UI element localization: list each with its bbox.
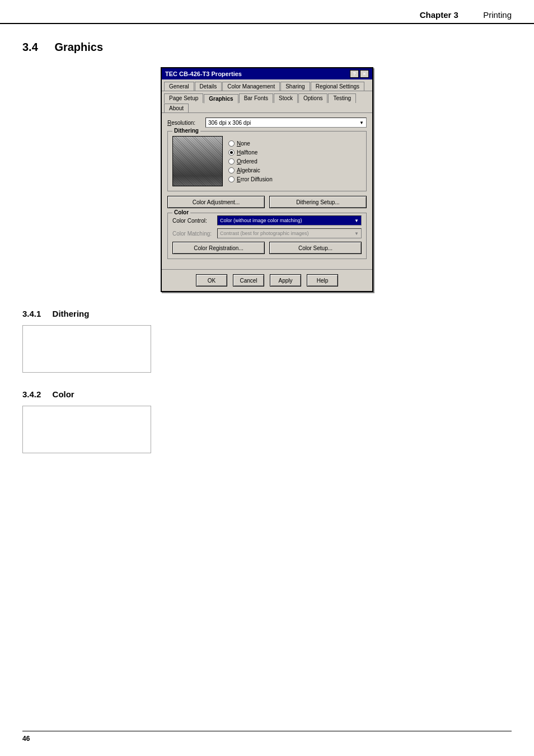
titlebar-buttons: ? × <box>350 70 369 78</box>
color-control-label: Color Control: <box>172 218 217 224</box>
subsection-dithering: 3.4.1 Dithering <box>22 309 512 373</box>
apply-label: Apply <box>278 278 292 284</box>
help-button[interactable]: Help <box>307 274 338 287</box>
radio-error-diffusion-label: Error Diffusion <box>237 176 273 182</box>
tab-row-2: Page Setup Graphics Bar Fonts Stock Opti… <box>162 91 372 113</box>
page-footer: 46 <box>22 731 512 743</box>
dithering-image <box>173 137 222 186</box>
radio-error-diffusion-circle[interactable] <box>228 176 235 182</box>
resolution-label: Resolution: <box>167 120 205 126</box>
dialog-title: TEC CB-426-T3 Properties <box>165 71 242 77</box>
tab-regional-settings[interactable]: Regional Settings <box>311 82 364 91</box>
cancel-label: Cancel <box>240 278 257 284</box>
dialog-footer: OK Cancel Apply Help <box>162 269 372 291</box>
tab-page-setup[interactable]: Page Setup <box>164 93 203 103</box>
tab-bar-fonts[interactable]: Bar Fonts <box>239 93 273 103</box>
close-button[interactable]: × <box>360 70 369 78</box>
tab-general[interactable]: General <box>164 82 194 91</box>
subsection-color-title: Color <box>53 389 74 399</box>
dithering-content: None Halftone Ordered <box>172 136 362 186</box>
radio-ordered-label: Ordered <box>237 158 257 165</box>
tab-details[interactable]: Details <box>195 82 222 91</box>
radio-halftone-label: Halftone <box>237 149 257 156</box>
subsection-color-number: 3.4.2 <box>22 389 41 399</box>
radio-algebraic-label: Algebraic <box>237 167 260 173</box>
color-adjustment-label: Color Adjustment... <box>193 199 240 205</box>
tab-stock[interactable]: Stock <box>274 93 298 103</box>
page-number: 46 <box>22 735 30 743</box>
subsection-dithering-heading: 3.4.1 Dithering <box>22 309 512 318</box>
resolution-arrow-icon: ▼ <box>359 120 364 125</box>
dithering-setup-button[interactable]: Dithering Setup... <box>269 196 367 208</box>
tab-graphics[interactable]: Graphics <box>204 94 238 104</box>
chapter-title: Chapter 3 Printing <box>420 10 512 20</box>
color-control-value: Color (without image color matching) <box>220 218 302 223</box>
section-number: 3.4 <box>22 41 38 53</box>
color-control-arrow-icon: ▼ <box>354 218 359 223</box>
dithering-text-box <box>22 325 151 373</box>
color-matching-select[interactable]: Contrast (best for photographic images) … <box>217 228 362 238</box>
help-label: Help <box>317 278 329 284</box>
radio-algebraic-circle[interactable] <box>228 167 235 173</box>
dialog-body: Resolution: 306 dpi x 306 dpi ▼ Ditherin… <box>162 113 372 269</box>
tab-about[interactable]: About <box>164 104 189 112</box>
color-control-select[interactable]: Color (without image color matching) ▼ <box>217 215 362 226</box>
radio-error-diffusion[interactable]: Error Diffusion <box>228 176 273 182</box>
subsection-dithering-number: 3.4.1 <box>22 309 41 318</box>
color-group-label: Color <box>172 209 190 215</box>
dialog-area: TEC CB-426-T3 Properties ? × General Det… <box>22 67 512 292</box>
tab-row-1: General Details Color Management Sharing… <box>162 79 372 91</box>
radio-none-label: None <box>237 140 250 147</box>
ok-label: OK <box>208 278 216 284</box>
color-matching-label: Color Matching: <box>172 231 217 237</box>
dithering-setup-label: Dithering Setup... <box>296 199 339 205</box>
radio-halftone-circle[interactable] <box>228 149 235 156</box>
radio-ordered[interactable]: Ordered <box>228 158 273 165</box>
resolution-row: Resolution: 306 dpi x 306 dpi ▼ <box>167 118 367 128</box>
section-title: Graphics <box>54 41 103 53</box>
radio-none[interactable]: None <box>228 140 273 147</box>
color-text-box <box>22 406 151 453</box>
resolution-value: 306 dpi x 306 dpi <box>208 120 251 126</box>
cancel-button[interactable]: Cancel <box>233 274 264 287</box>
subsection-color: 3.4.2 Color <box>22 389 512 453</box>
tab-color-management[interactable]: Color Management <box>222 82 280 91</box>
page-header: Chapter 3 Printing <box>0 0 534 24</box>
color-buttons-row: Color Registration... Color Setup... <box>172 242 362 254</box>
tab-testing[interactable]: Testing <box>328 93 356 103</box>
tab-options[interactable]: Options <box>298 93 327 103</box>
tab-sharing[interactable]: Sharing <box>280 82 310 91</box>
dithering-buttons-row: Color Adjustment... Dithering Setup... <box>167 196 367 208</box>
radio-ordered-circle[interactable] <box>228 158 235 165</box>
titlebar: TEC CB-426-T3 Properties ? × <box>162 68 372 79</box>
color-matching-row: Color Matching: Contrast (best for photo… <box>172 228 362 238</box>
radio-halftone[interactable]: Halftone <box>228 149 273 156</box>
dithering-group-label: Dithering <box>172 128 200 134</box>
chapter-number: Chapter 3 <box>420 10 458 20</box>
color-adjustment-button[interactable]: Color Adjustment... <box>167 196 265 208</box>
dithering-radio-group: None Halftone Ordered <box>228 136 273 186</box>
color-setup-button[interactable]: Color Setup... <box>269 242 362 254</box>
help-titlebar-button[interactable]: ? <box>350 70 359 78</box>
color-matching-arrow-icon: ▼ <box>354 231 359 236</box>
section-heading: 3.4 Graphics <box>22 41 512 54</box>
resolution-select[interactable]: 306 dpi x 306 dpi ▼ <box>205 118 367 128</box>
color-control-row: Color Control: Color (without image colo… <box>172 215 362 226</box>
subsection-dithering-title: Dithering <box>53 309 90 318</box>
color-registration-label: Color Registration... <box>194 245 243 251</box>
dithering-preview <box>172 136 223 186</box>
color-group: Color Color Control: Color (without imag… <box>167 213 367 259</box>
radio-none-circle[interactable] <box>228 140 235 147</box>
section-title-header: Printing <box>483 10 512 20</box>
radio-algebraic[interactable]: Algebraic <box>228 167 273 173</box>
main-content: 3.4 Graphics TEC CB-426-T3 Properties ? … <box>0 24 534 476</box>
color-registration-button[interactable]: Color Registration... <box>172 242 265 254</box>
ok-button[interactable]: OK <box>196 274 227 287</box>
subsection-color-heading: 3.4.2 Color <box>22 389 512 399</box>
apply-button[interactable]: Apply <box>270 274 301 287</box>
properties-dialog: TEC CB-426-T3 Properties ? × General Det… <box>161 67 373 292</box>
color-setup-label: Color Setup... <box>298 245 332 251</box>
dithering-group: Dithering None <box>167 131 367 191</box>
color-matching-value: Contrast (best for photographic images) <box>220 231 309 236</box>
